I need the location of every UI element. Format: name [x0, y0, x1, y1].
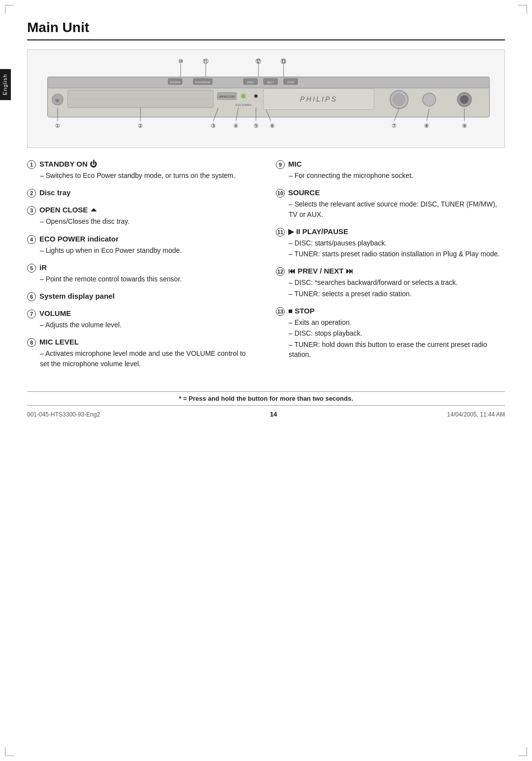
item-7-desc: Adjusts the volume level. [27, 320, 256, 330]
item-13-desc-1: Exits an operation. [289, 317, 505, 327]
col-left: 1 STANDBY ON ⏻ Switches to Eco Power sta… [27, 160, 256, 377]
item-1-header: 1 STANDBY ON ⏻ [27, 160, 256, 169]
svg-text:NEXT: NEXT [267, 81, 274, 84]
svg-point-32 [393, 94, 405, 105]
svg-text:⑧: ⑧ [424, 123, 429, 129]
item-6: 6 System display panel [27, 292, 256, 301]
item-7-header: 7 VOLUME [27, 309, 256, 318]
svg-text:⑬: ⑬ [281, 58, 286, 64]
item-8: 8 MIC LEVEL Activates microphone level m… [27, 338, 256, 369]
item-5-num: 5 [27, 264, 36, 273]
svg-point-28 [255, 95, 258, 98]
corner-mark-tl [5, 5, 14, 14]
svg-text:⑨: ⑨ [462, 123, 467, 129]
item-12-desc-2: TUNER: selects a preset radio station. [289, 289, 505, 299]
item-8-num: 8 [27, 338, 36, 347]
item-8-desc-1: Activates microphone level mode and use … [40, 348, 256, 369]
item-7-desc-1: Adjusts the volume level. [40, 320, 256, 330]
item-2: 2 Disc tray [27, 188, 256, 198]
item-10-num: 10 [276, 189, 285, 198]
item-1-title: STANDBY ON ⏻ [39, 160, 97, 168]
svg-text:ECO POWER: ECO POWER [235, 104, 251, 106]
item-12-title: ⏮ PREV / NEXT ⏭ [288, 267, 353, 275]
item-9-desc-1: For connecting the microphone socket. [289, 171, 505, 180]
item-5-desc-1: Point the remote control towards this se… [40, 274, 256, 284]
item-2-num: 2 [27, 189, 36, 198]
item-11-num: 11 [276, 228, 285, 237]
item-10-desc-1: Selects the relevant active source mode:… [289, 199, 505, 219]
item-5-header: 5 iR [27, 263, 256, 273]
svg-text:PLAY/PAUSE: PLAY/PAUSE [195, 81, 210, 84]
item-4-desc-1: Lights up when in Eco Power standby mode… [40, 245, 256, 255]
svg-text:⑫: ⑫ [256, 58, 261, 64]
device-svg: ⑩ ⑪ ⑫ ⑬ SOURCE PLAY/PAUSE PREV NEXT S [33, 56, 499, 141]
item-7-num: 7 [27, 310, 36, 318]
item-5-desc: Point the remote control towards this se… [27, 274, 256, 284]
item-13: 13 ■ STOP Exits an operation. DISC: stop… [276, 307, 505, 359]
item-4-title: ECO POWER indicator [39, 235, 119, 243]
item-11-title: ▶ II PLAY/PAUSE [288, 227, 348, 236]
item-13-desc-2: DISC: stops playback. [289, 328, 505, 338]
svg-text:④: ④ [233, 123, 238, 129]
sidebar-english-tab: English [0, 69, 11, 100]
corner-mark-bl [5, 747, 14, 756]
corner-mark-tr [518, 5, 527, 14]
item-3-desc-1: Opens/Closes the disc tray. [40, 216, 256, 226]
item-4: 4 ECO POWER indicator Lights up when in … [27, 235, 256, 255]
svg-text:⏻: ⏻ [56, 99, 59, 103]
item-13-header: 13 ■ STOP [276, 307, 505, 316]
item-11-desc-2: TUNER: starts preset radio station insta… [289, 249, 505, 259]
item-2-title: Disc tray [39, 188, 70, 197]
item-10: 10 SOURCE Selects the relevant active so… [276, 188, 505, 219]
page-footer: 001-045-HTS3300-93-Eng2 14 14/04/2005, 1… [27, 411, 505, 428]
item-3-title: OPEN CLOSE ⏶ [39, 206, 98, 214]
item-7-title: VOLUME [39, 309, 71, 317]
item-6-num: 6 [27, 292, 36, 301]
col-right: 9 MIC For connecting the microphone sock… [276, 160, 505, 377]
page-title: Main Unit [27, 20, 505, 40]
item-3: 3 OPEN CLOSE ⏶ Opens/Closes the disc tra… [27, 206, 256, 226]
device-image: ⑩ ⑪ ⑫ ⑬ SOURCE PLAY/PAUSE PREV NEXT S [27, 49, 505, 148]
item-13-desc-3: TUNER: hold down this button to erase th… [289, 340, 505, 360]
svg-text:⑩: ⑩ [178, 58, 183, 64]
item-2-header: 2 Disc tray [27, 188, 256, 198]
item-6-header: 6 System display panel [27, 292, 256, 301]
item-4-header: 4 ECO POWER indicator [27, 235, 256, 244]
svg-text:SOURCE: SOURCE [170, 81, 181, 84]
item-12-num: 12 [276, 267, 285, 276]
svg-point-33 [423, 93, 436, 106]
item-5: 5 iR Point the remote control towards th… [27, 263, 256, 284]
footer-date: 14/04/2005, 11:44 AM [447, 411, 505, 418]
items-layout: 1 STANDBY ON ⏻ Switches to Eco Power sta… [27, 160, 505, 377]
svg-text:⑤: ⑤ [254, 123, 259, 129]
item-12-desc: DISC: *searches backward/forward or sele… [276, 277, 505, 299]
item-6-title: System display panel [39, 292, 115, 300]
svg-text:PHILIPS: PHILIPS [300, 95, 337, 103]
svg-text:③: ③ [211, 123, 216, 129]
item-13-desc: Exits an operation. DISC: stops playback… [276, 317, 505, 359]
item-11: 11 ▶ II PLAY/PAUSE DISC: starts/pauses p… [276, 227, 505, 259]
item-12-header: 12 ⏮ PREV / NEXT ⏭ [276, 267, 505, 276]
svg-text:②: ② [138, 123, 143, 129]
item-1-desc-1: Switches to Eco Power standby mode, or t… [40, 171, 256, 180]
item-9-title: MIC [288, 160, 302, 168]
item-4-num: 4 [27, 235, 36, 244]
item-9-desc: For connecting the microphone socket. [276, 171, 505, 180]
svg-rect-20 [67, 90, 213, 108]
footer-note: * = Press and hold the button for more t… [27, 391, 505, 406]
footer-page-number: 14 [270, 411, 277, 418]
item-10-header: 10 SOURCE [276, 188, 505, 198]
item-9-header: 9 MIC [276, 160, 505, 169]
item-3-header: 3 OPEN CLOSE ⏶ [27, 206, 256, 215]
svg-point-26 [241, 94, 245, 98]
svg-text:⑦: ⑦ [392, 123, 397, 129]
item-3-num: 3 [27, 206, 36, 215]
svg-text:OPEN/CLOSE: OPEN/CLOSE [219, 95, 235, 98]
item-7: 7 VOLUME Adjusts the volume level. [27, 309, 256, 330]
item-1: 1 STANDBY ON ⏻ Switches to Eco Power sta… [27, 160, 256, 180]
item-11-header: 11 ▶ II PLAY/PAUSE [276, 227, 505, 237]
item-12-desc-1: DISC: *searches backward/forward or sele… [289, 277, 505, 287]
item-1-num: 1 [27, 160, 36, 169]
item-10-title: SOURCE [288, 188, 320, 197]
item-13-title: ■ STOP [288, 307, 315, 315]
